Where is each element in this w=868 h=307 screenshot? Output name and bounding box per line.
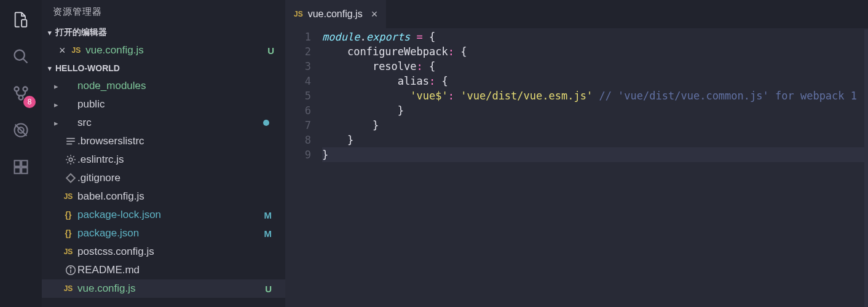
file-icon [65,136,76,147]
svg-point-18 [70,267,71,268]
svg-point-3 [23,87,28,91]
line-number: 3 [285,59,311,74]
js-icon: JS [64,284,73,293]
js-icon: JS [64,192,73,201]
open-editor-item[interactable]: × JS vue.config.js U [42,41,285,60]
line-number: 1 [285,29,311,44]
tree-item-label: vue.config.js [77,282,265,295]
line-number: 4 [285,74,311,88]
project-label: HELLO-WORLD [55,63,120,73]
svg-rect-9 [22,161,27,166]
tree-item-label: .gitignore [77,172,277,184]
tree-item-label: src [77,117,263,129]
svg-point-15 [69,158,73,161]
gear-icon [65,154,76,165]
code-line[interactable]: module.exports = { [322,29,864,44]
json-icon: {} [65,228,72,238]
editor-area: JS vue.config.js × 123456789 module.expo… [285,0,868,307]
git-status: U [267,45,274,56]
folder-item[interactable]: ▸ src [42,114,285,132]
sidebar: 资源管理器 ▾ 打开的编辑器 × JS vue.config.js U ▾ HE… [42,0,285,307]
code-line[interactable]: alias: { [322,74,864,88]
code-line[interactable]: 'vue$': 'vue/dist/vue.esm.js' // 'vue/di… [322,88,864,103]
json-icon: {} [65,210,72,220]
explorer-icon[interactable] [10,9,32,31]
tree-item-label: package.json [77,227,264,239]
source-control-icon[interactable]: 8 [10,82,32,104]
code-editor[interactable]: 123456789 module.exports = { configureWe… [285,28,868,307]
chevron-down-icon: ▾ [48,29,52,37]
svg-point-2 [15,87,19,91]
git-status: U [265,284,272,294]
chevron-right-icon: ▸ [54,119,64,128]
tree-item-label: package-lock.json [77,209,264,221]
tree-item-label: .browserslistrc [77,135,277,147]
file-item[interactable]: JS vue.config.js U [42,279,285,298]
git-status: M [264,210,272,220]
tabs-row: JS vue.config.js × [285,0,868,28]
svg-rect-8 [15,161,20,166]
code-line[interactable]: resolve: { [322,59,864,74]
chevron-right-icon: ▸ [54,100,64,109]
line-number: 6 [285,103,311,118]
js-icon: JS [72,46,81,55]
close-icon[interactable]: × [59,44,66,57]
code-lines[interactable]: module.exports = { configureWebpack: { r… [322,29,864,307]
editor-tab[interactable]: JS vue.config.js × [285,0,386,28]
open-editors-label: 打开的编辑器 [55,27,107,38]
file-item[interactable]: .eslintrc.js [42,150,285,169]
file-item[interactable]: .gitignore [42,169,285,187]
tab-label: vue.config.js [308,9,363,20]
code-line[interactable]: } [322,103,864,118]
debug-icon[interactable] [10,119,32,141]
file-item[interactable]: {} package.json M [42,224,285,243]
line-number: 9 [285,147,311,162]
line-gutter: 123456789 [285,29,322,307]
search-icon[interactable] [10,45,32,68]
line-number: 5 [285,88,311,103]
info-icon [65,265,76,276]
minimap[interactable] [864,29,868,307]
svg-line-7 [15,125,27,136]
file-item[interactable]: {} package-lock.json M [42,206,285,224]
file-item[interactable]: .browserslistrc [42,132,285,150]
git-status: M [264,228,272,239]
svg-rect-11 [22,168,27,173]
tree-item-label: node_modules [77,80,277,92]
code-line[interactable]: } [322,118,864,133]
sidebar-title: 资源管理器 [42,0,285,24]
open-editors-header[interactable]: ▾ 打开的编辑器 [42,24,285,41]
chevron-right-icon: ▸ [54,82,64,91]
line-number: 7 [285,118,311,133]
file-item[interactable]: JS babel.config.js [42,187,285,206]
folder-item[interactable]: ▸ public [42,95,285,114]
diamond-icon [65,173,76,184]
scm-badge: 8 [23,96,36,108]
tree-item-label: public [77,98,277,111]
project-header[interactable]: ▾ HELLO-WORLD [42,60,285,77]
tree-item-label: postcss.config.js [77,246,277,258]
code-line[interactable]: } [322,147,864,162]
line-number: 2 [285,44,311,59]
modified-dot-icon [263,120,269,126]
svg-rect-10 [15,168,20,173]
close-icon[interactable]: × [371,8,378,21]
code-line[interactable]: } [322,133,864,147]
chevron-down-icon: ▾ [48,64,52,72]
tree-item-label: babel.config.js [77,190,277,203]
tree-item-label: .eslintrc.js [77,154,277,166]
open-editor-filename: vue.config.js [85,44,267,56]
js-icon: JS [294,10,303,18]
js-icon: JS [64,247,73,256]
file-item[interactable]: JS postcss.config.js [42,243,285,261]
code-line[interactable]: configureWebpack: { [322,44,864,59]
activity-bar: 8 [0,0,42,307]
folder-item[interactable]: ▸ node_modules [42,77,285,95]
svg-point-0 [15,50,25,60]
line-number: 8 [285,133,311,147]
file-item[interactable]: README.md [42,261,285,279]
tree-item-label: README.md [77,264,277,276]
svg-line-1 [23,59,28,63]
extensions-icon[interactable] [10,156,32,178]
